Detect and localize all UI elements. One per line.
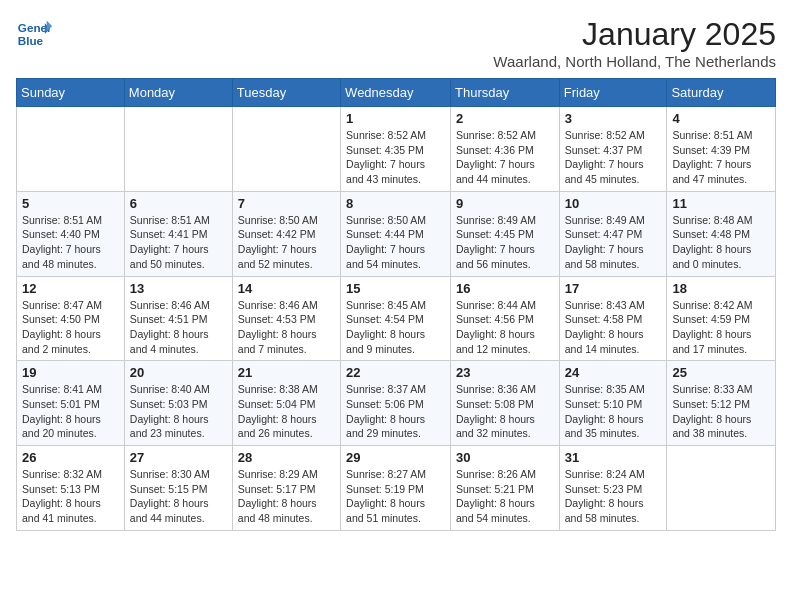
day-number: 13 <box>130 281 227 296</box>
calendar-cell: 21Sunrise: 8:38 AM Sunset: 5:04 PM Dayli… <box>232 361 340 446</box>
day-info: Sunrise: 8:46 AM Sunset: 4:51 PM Dayligh… <box>130 298 227 357</box>
day-info: Sunrise: 8:48 AM Sunset: 4:48 PM Dayligh… <box>672 213 770 272</box>
day-number: 22 <box>346 365 445 380</box>
day-number: 26 <box>22 450 119 465</box>
day-info: Sunrise: 8:51 AM Sunset: 4:41 PM Dayligh… <box>130 213 227 272</box>
calendar-cell: 4Sunrise: 8:51 AM Sunset: 4:39 PM Daylig… <box>667 107 776 192</box>
title-area: January 2025 Waarland, North Holland, Th… <box>493 16 776 70</box>
day-info: Sunrise: 8:52 AM Sunset: 4:37 PM Dayligh… <box>565 128 662 187</box>
day-number: 15 <box>346 281 445 296</box>
day-number: 28 <box>238 450 335 465</box>
calendar-cell: 5Sunrise: 8:51 AM Sunset: 4:40 PM Daylig… <box>17 191 125 276</box>
calendar-cell <box>667 446 776 531</box>
day-info: Sunrise: 8:49 AM Sunset: 4:47 PM Dayligh… <box>565 213 662 272</box>
day-info: Sunrise: 8:44 AM Sunset: 4:56 PM Dayligh… <box>456 298 554 357</box>
day-number: 5 <box>22 196 119 211</box>
day-info: Sunrise: 8:27 AM Sunset: 5:19 PM Dayligh… <box>346 467 445 526</box>
day-info: Sunrise: 8:32 AM Sunset: 5:13 PM Dayligh… <box>22 467 119 526</box>
day-info: Sunrise: 8:47 AM Sunset: 4:50 PM Dayligh… <box>22 298 119 357</box>
calendar-cell: 29Sunrise: 8:27 AM Sunset: 5:19 PM Dayli… <box>341 446 451 531</box>
day-info: Sunrise: 8:43 AM Sunset: 4:58 PM Dayligh… <box>565 298 662 357</box>
day-number: 11 <box>672 196 770 211</box>
calendar-cell: 20Sunrise: 8:40 AM Sunset: 5:03 PM Dayli… <box>124 361 232 446</box>
calendar-cell: 8Sunrise: 8:50 AM Sunset: 4:44 PM Daylig… <box>341 191 451 276</box>
calendar-cell: 11Sunrise: 8:48 AM Sunset: 4:48 PM Dayli… <box>667 191 776 276</box>
day-number: 4 <box>672 111 770 126</box>
calendar-week-row: 12Sunrise: 8:47 AM Sunset: 4:50 PM Dayli… <box>17 276 776 361</box>
calendar-cell: 13Sunrise: 8:46 AM Sunset: 4:51 PM Dayli… <box>124 276 232 361</box>
day-info: Sunrise: 8:50 AM Sunset: 4:42 PM Dayligh… <box>238 213 335 272</box>
calendar-cell: 10Sunrise: 8:49 AM Sunset: 4:47 PM Dayli… <box>559 191 667 276</box>
day-info: Sunrise: 8:29 AM Sunset: 5:17 PM Dayligh… <box>238 467 335 526</box>
day-number: 17 <box>565 281 662 296</box>
day-number: 6 <box>130 196 227 211</box>
day-info: Sunrise: 8:24 AM Sunset: 5:23 PM Dayligh… <box>565 467 662 526</box>
day-number: 8 <box>346 196 445 211</box>
day-info: Sunrise: 8:51 AM Sunset: 4:39 PM Dayligh… <box>672 128 770 187</box>
day-number: 1 <box>346 111 445 126</box>
day-number: 2 <box>456 111 554 126</box>
day-number: 3 <box>565 111 662 126</box>
day-info: Sunrise: 8:30 AM Sunset: 5:15 PM Dayligh… <box>130 467 227 526</box>
calendar-cell: 16Sunrise: 8:44 AM Sunset: 4:56 PM Dayli… <box>451 276 560 361</box>
calendar-cell: 19Sunrise: 8:41 AM Sunset: 5:01 PM Dayli… <box>17 361 125 446</box>
weekday-header-monday: Monday <box>124 79 232 107</box>
calendar-cell <box>17 107 125 192</box>
calendar-cell: 28Sunrise: 8:29 AM Sunset: 5:17 PM Dayli… <box>232 446 340 531</box>
day-info: Sunrise: 8:38 AM Sunset: 5:04 PM Dayligh… <box>238 382 335 441</box>
day-info: Sunrise: 8:52 AM Sunset: 4:35 PM Dayligh… <box>346 128 445 187</box>
calendar-cell: 17Sunrise: 8:43 AM Sunset: 4:58 PM Dayli… <box>559 276 667 361</box>
day-info: Sunrise: 8:51 AM Sunset: 4:40 PM Dayligh… <box>22 213 119 272</box>
day-info: Sunrise: 8:41 AM Sunset: 5:01 PM Dayligh… <box>22 382 119 441</box>
weekday-header-thursday: Thursday <box>451 79 560 107</box>
calendar-cell: 26Sunrise: 8:32 AM Sunset: 5:13 PM Dayli… <box>17 446 125 531</box>
calendar-cell: 31Sunrise: 8:24 AM Sunset: 5:23 PM Dayli… <box>559 446 667 531</box>
calendar-cell: 9Sunrise: 8:49 AM Sunset: 4:45 PM Daylig… <box>451 191 560 276</box>
day-info: Sunrise: 8:33 AM Sunset: 5:12 PM Dayligh… <box>672 382 770 441</box>
weekday-header-saturday: Saturday <box>667 79 776 107</box>
day-number: 29 <box>346 450 445 465</box>
calendar-cell: 23Sunrise: 8:36 AM Sunset: 5:08 PM Dayli… <box>451 361 560 446</box>
day-number: 24 <box>565 365 662 380</box>
day-info: Sunrise: 8:42 AM Sunset: 4:59 PM Dayligh… <box>672 298 770 357</box>
day-info: Sunrise: 8:46 AM Sunset: 4:53 PM Dayligh… <box>238 298 335 357</box>
weekday-header-sunday: Sunday <box>17 79 125 107</box>
calendar-cell: 1Sunrise: 8:52 AM Sunset: 4:35 PM Daylig… <box>341 107 451 192</box>
calendar-cell: 22Sunrise: 8:37 AM Sunset: 5:06 PM Dayli… <box>341 361 451 446</box>
calendar-cell: 27Sunrise: 8:30 AM Sunset: 5:15 PM Dayli… <box>124 446 232 531</box>
day-number: 21 <box>238 365 335 380</box>
calendar-cell: 6Sunrise: 8:51 AM Sunset: 4:41 PM Daylig… <box>124 191 232 276</box>
calendar-cell: 2Sunrise: 8:52 AM Sunset: 4:36 PM Daylig… <box>451 107 560 192</box>
day-info: Sunrise: 8:26 AM Sunset: 5:21 PM Dayligh… <box>456 467 554 526</box>
calendar-cell: 24Sunrise: 8:35 AM Sunset: 5:10 PM Dayli… <box>559 361 667 446</box>
logo: General Blue <box>16 16 52 52</box>
day-number: 23 <box>456 365 554 380</box>
day-info: Sunrise: 8:52 AM Sunset: 4:36 PM Dayligh… <box>456 128 554 187</box>
calendar-cell: 15Sunrise: 8:45 AM Sunset: 4:54 PM Dayli… <box>341 276 451 361</box>
calendar-subtitle: Waarland, North Holland, The Netherlands <box>493 53 776 70</box>
weekday-header-tuesday: Tuesday <box>232 79 340 107</box>
day-number: 20 <box>130 365 227 380</box>
day-number: 9 <box>456 196 554 211</box>
calendar-cell: 30Sunrise: 8:26 AM Sunset: 5:21 PM Dayli… <box>451 446 560 531</box>
weekday-header-friday: Friday <box>559 79 667 107</box>
day-number: 7 <box>238 196 335 211</box>
day-info: Sunrise: 8:49 AM Sunset: 4:45 PM Dayligh… <box>456 213 554 272</box>
weekday-header-wednesday: Wednesday <box>341 79 451 107</box>
svg-text:Blue: Blue <box>18 34 44 47</box>
calendar-cell: 3Sunrise: 8:52 AM Sunset: 4:37 PM Daylig… <box>559 107 667 192</box>
calendar-header: General Blue January 2025 Waarland, Nort… <box>16 16 776 70</box>
day-number: 16 <box>456 281 554 296</box>
calendar-cell <box>124 107 232 192</box>
calendar-cell: 7Sunrise: 8:50 AM Sunset: 4:42 PM Daylig… <box>232 191 340 276</box>
day-info: Sunrise: 8:40 AM Sunset: 5:03 PM Dayligh… <box>130 382 227 441</box>
calendar-week-row: 1Sunrise: 8:52 AM Sunset: 4:35 PM Daylig… <box>17 107 776 192</box>
day-number: 25 <box>672 365 770 380</box>
calendar-cell <box>232 107 340 192</box>
day-number: 19 <box>22 365 119 380</box>
day-number: 18 <box>672 281 770 296</box>
calendar-week-row: 19Sunrise: 8:41 AM Sunset: 5:01 PM Dayli… <box>17 361 776 446</box>
day-number: 14 <box>238 281 335 296</box>
logo-icon: General Blue <box>16 16 52 52</box>
weekday-header-row: SundayMondayTuesdayWednesdayThursdayFrid… <box>17 79 776 107</box>
